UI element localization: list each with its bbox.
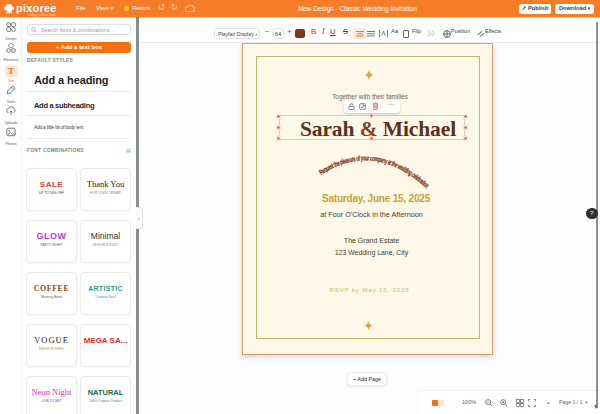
svg-text:Request the pleasure of your c: Request the pleasure of your company at … [317,153,431,190]
